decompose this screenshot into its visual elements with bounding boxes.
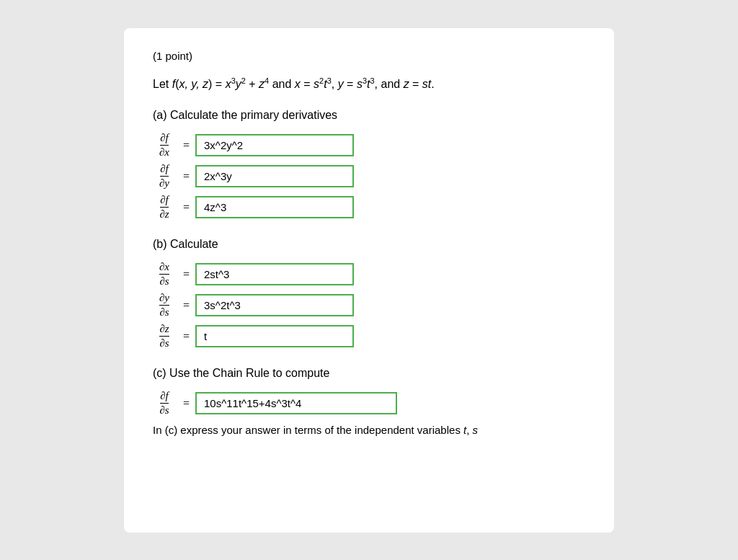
numerator-dx: ∂x: [159, 261, 169, 275]
derivative-b-row-3: ∂z ∂s = t: [153, 323, 585, 350]
derivative-b-row-1: ∂x ∂s = 2st^3: [153, 261, 585, 288]
main-card: (1 point) Let f(x, y, z) = x3y2 + z4 and…: [124, 28, 614, 533]
fraction-df-ds-c: ∂f ∂s: [153, 390, 176, 417]
fraction-dy-ds: ∂y ∂s: [153, 292, 176, 319]
input-df-dy[interactable]: 2x^3y: [195, 165, 354, 187]
equals-sign-b3: =: [183, 330, 190, 343]
derivatives-b-block: ∂x ∂s = 2st^3 ∂y ∂s = 3s^2t^3 ∂z ∂s = t: [153, 261, 585, 350]
equals-sign-a1: =: [183, 139, 190, 152]
footer-note: In (c) express your answer in terms of t…: [153, 424, 585, 436]
derivative-c-row: ∂f ∂s = 10s^11t^15+4s^3t^4: [153, 390, 585, 417]
derivatives-a-block: ∂f ∂x = 3x^2y^2 ∂f ∂y = 2x^3y ∂f ∂z = 4z…: [153, 132, 585, 221]
input-df-ds-c[interactable]: 10s^11t^15+4s^3t^4: [195, 392, 397, 414]
problem-statement: Let f(x, y, z) = x3y2 + z4 and x = s2t3,…: [153, 75, 585, 94]
denominator-ds2: ∂s: [159, 306, 169, 319]
derivative-a-row-3: ∂f ∂z = 4z^3: [153, 194, 585, 221]
fraction-df-dx: ∂f ∂x: [153, 132, 176, 159]
equals-sign-b2: =: [183, 299, 190, 312]
input-df-dx[interactable]: 3x^2y^2: [195, 134, 354, 156]
fraction-dx-ds: ∂x ∂s: [153, 261, 176, 288]
derivative-b-row-2: ∂y ∂s = 3s^2t^3: [153, 292, 585, 319]
fraction-dz-ds: ∂z ∂s: [153, 323, 176, 350]
derivative-a-row-1: ∂f ∂x = 3x^2y^2: [153, 132, 585, 159]
fraction-df-dz: ∂f ∂z: [153, 194, 176, 221]
section-b-label: (b) Calculate: [153, 238, 585, 251]
numerator-df-c: ∂f: [160, 390, 169, 404]
denominator-dz: ∂z: [159, 208, 169, 221]
input-dy-ds[interactable]: 3s^2t^3: [195, 294, 354, 316]
denominator-ds-c: ∂s: [159, 404, 169, 417]
section-a-label: (a) Calculate the primary derivatives: [153, 109, 585, 122]
denominator-dy: ∂y: [159, 177, 169, 190]
points-label: (1 point): [153, 50, 585, 62]
denominator-ds1: ∂s: [159, 275, 169, 288]
input-dz-ds[interactable]: t: [195, 325, 354, 347]
equals-sign-c: =: [183, 397, 190, 410]
equals-sign-a3: =: [183, 201, 190, 214]
input-df-dz[interactable]: 4z^3: [195, 196, 354, 218]
denominator-ds3: ∂s: [159, 337, 169, 350]
numerator-df2: ∂f: [160, 163, 169, 177]
equals-sign-b1: =: [183, 268, 190, 281]
numerator-df: ∂f: [160, 132, 169, 146]
numerator-dy: ∂y: [159, 292, 169, 306]
numerator-df3: ∂f: [160, 194, 169, 208]
equals-sign-a2: =: [183, 170, 190, 183]
numerator-dz: ∂z: [159, 323, 169, 337]
fraction-df-dy: ∂f ∂y: [153, 163, 176, 190]
section-c-label: (c) Use the Chain Rule to compute: [153, 367, 585, 380]
derivative-a-row-2: ∂f ∂y = 2x^3y: [153, 163, 585, 190]
input-dx-ds[interactable]: 2st^3: [195, 263, 354, 285]
denominator-dx: ∂x: [159, 146, 169, 159]
